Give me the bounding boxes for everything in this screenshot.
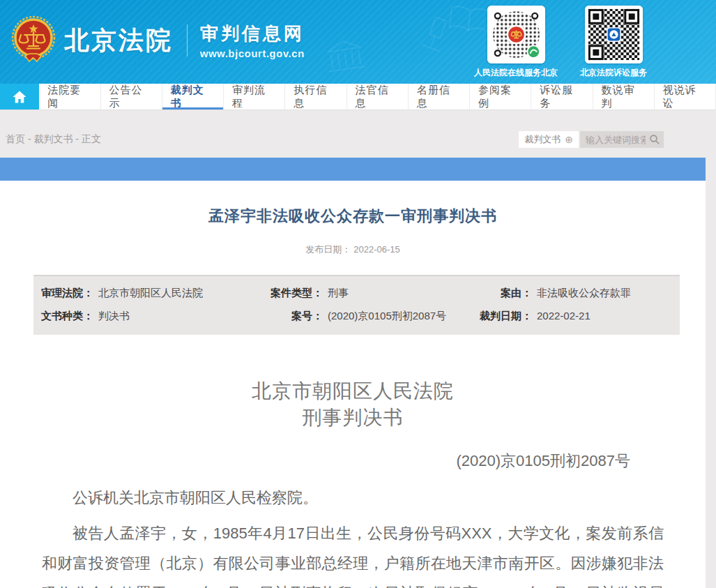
site-subtitle: 审判信息网 [200,22,305,46]
document-title: 孟泽宇非法吸收公众存款一审刑事判决书 [42,181,664,227]
nav-item-label: 诉讼服务 [540,84,584,110]
nav-item-reference-cases[interactable]: 参阅案例 [470,84,531,110]
document-panel: 孟泽宇非法吸收公众存款一审刑事判决书 发布日期：2022-06-15 审理法院：… [0,181,706,588]
accent-bar [0,158,706,181]
publish-date-value: 2022-06-15 [353,244,400,255]
home-icon [13,91,26,103]
qr-caption-online-service: 人民法院在线服务北京 [474,67,558,79]
meta-label: 案件类型： [267,287,323,300]
nav-item-label: 视说诉讼 [663,84,707,110]
meta-case-number: 案号： (2020)京0105刑初2087号 [267,310,476,323]
document-heading: 北京市朝阳区人民法院 刑事判决书 [42,378,664,431]
nav-item-announcements[interactable]: 公告公示 [101,84,162,110]
circular-qr-icon [487,6,545,63]
site-url: www.bjcourt.gov.cn [200,47,305,59]
qr-code-online-service [487,6,545,63]
circled-plus-icon: ⊕ [565,135,573,144]
case-number-line: (2020)京0105刑初2087号 [42,451,630,472]
qr-code-litigation-service [585,6,643,63]
breadcrumb-row: 首页 - 裁判文书 - 正文 裁判文书 ⊕ [0,110,716,158]
home-button[interactable] [0,84,39,110]
meta-label: 案由： [476,287,532,300]
nav-item-trial-process[interactable]: 审判流程 [224,84,285,110]
square-qr-icon [585,6,643,63]
publish-date: 发布日期：2022-06-15 [42,243,664,256]
meta-value: 北京市朝阳区人民法院 [98,287,203,300]
meta-label: 案号： [267,310,323,323]
publish-date-label: 发布日期： [305,244,351,255]
nav-item-label: 法官信息 [356,84,399,110]
meta-label: 裁判日期： [476,310,532,323]
court-name: 北京市朝阳区人民法院 [42,378,664,405]
nav-item-litigation-services[interactable]: 诉讼服务 [531,84,593,110]
nav-item-judge-info[interactable]: 法官信息 [347,84,409,110]
meta-value: 非法吸收公众存款罪 [537,287,631,300]
search-category-selector[interactable]: 裁判文书 ⊕ [519,131,579,148]
meta-value: 刑事 [328,287,349,300]
search-icon[interactable] [649,134,660,145]
nav-item-judgment-documents[interactable]: 裁判文书 [162,84,224,110]
site-logo[interactable]: 北京法院 审判信息网 www.bjcourt.gov.cn [10,15,305,66]
meta-value: (2020)京0105刑初2087号 [328,310,446,323]
meta-label: 文书种类： [33,310,93,323]
site-header: 北京法院 审判信息网 www.bjcourt.gov.cn [0,0,716,84]
logo-divider [187,24,188,56]
meta-doc-kind: 文书种类： 判决书 [33,310,267,323]
meta-panel: 审理法院： 北京市朝阳区人民法院 案件类型： 刑事 案由： 非法吸收公众存款罪 … [33,275,680,335]
paragraph: 被告人孟泽宇，女，1985年4月17日出生，公民身份号码XXX，大学文化，案发前… [42,518,664,588]
courthouse-doodle-icon [324,38,366,72]
qr-caption-litigation-service: 北京法院诉讼服务 [580,67,647,79]
nav-item-roster-info[interactable]: 名册信息 [409,84,470,110]
nav-item-label: 法院要闻 [47,84,91,110]
nav-item-label: 名册信息 [417,84,461,110]
nav-item-label: 裁判文书 [171,84,215,110]
nav-item-label: 执行信息 [294,84,337,110]
nav-item-label: 参阅案例 [478,84,522,110]
site-name: 北京法院 [64,24,173,58]
meta-case-type: 案件类型： 刑事 [267,287,476,300]
document-type: 刑事判决书 [42,405,664,431]
main-nav: 法院要闻 公告公示 裁判文书 审判流程 执行信息 法官信息 名册信息 参阅案例 … [0,84,716,110]
meta-judgment-date: 裁判日期： 2022-02-21 [476,310,680,323]
paragraph: 公诉机关北京市朝阳区人民检察院。 [42,483,664,513]
meta-cause: 案由： 非法吸收公众存款罪 [476,287,680,300]
meta-value: 2022-02-21 [537,310,591,322]
content-wrap: 孟泽宇非法吸收公众存款一审刑事判决书 发布日期：2022-06-15 审理法院：… [0,158,706,588]
meta-value: 判决书 [98,310,130,323]
nav-item-video-litigation[interactable]: 视说诉讼 [655,84,716,110]
meta-court: 审理法院： 北京市朝阳区人民法院 [33,287,267,300]
nav-item-enforcement-info[interactable]: 执行信息 [285,84,346,110]
national-emblem-icon [10,15,57,66]
search-category-label: 裁判文书 [524,133,561,146]
meta-label: 审理法院： [33,287,93,300]
search-area: 裁判文书 ⊕ [519,131,664,148]
nav-item-label: 公告公示 [109,84,153,110]
qr-group: 人民法院在线服务北京 [475,6,655,79]
nav-item-label: 数说审判 [602,84,646,110]
nav-item-court-news[interactable]: 法院要闻 [39,84,100,110]
document-body: 公诉机关北京市朝阳区人民检察院。 被告人孟泽宇，女，1985年4月17日出生，公… [42,483,664,588]
breadcrumb[interactable]: 首页 - 裁判文书 - 正文 [6,133,101,146]
search-box [580,131,664,148]
nav-item-label: 审判流程 [232,84,276,110]
nav-item-data-trial[interactable]: 数说审判 [593,84,655,110]
